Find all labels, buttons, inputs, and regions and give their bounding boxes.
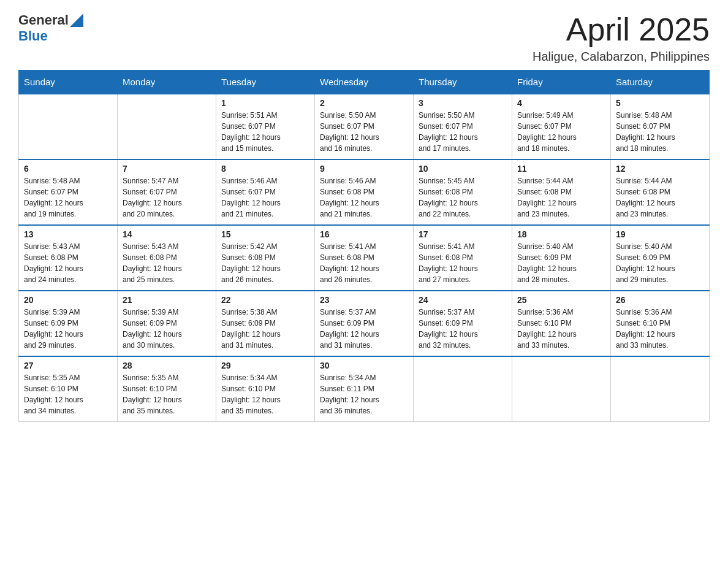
title-block: April 2025 Haligue, Calabarzon, Philippi… xyxy=(533,12,710,64)
day-number: 6 xyxy=(24,164,112,174)
logo-wordmark: General Blue xyxy=(18,12,83,44)
day-info: Sunrise: 5:41 AM Sunset: 6:08 PM Dayligh… xyxy=(320,241,408,285)
calendar-cell: 30Sunrise: 5:34 AM Sunset: 6:11 PM Dayli… xyxy=(315,356,414,422)
day-number: 8 xyxy=(221,164,309,174)
calendar-cell: 27Sunrise: 5:35 AM Sunset: 6:10 PM Dayli… xyxy=(19,356,118,422)
day-number: 24 xyxy=(419,295,507,305)
day-info: Sunrise: 5:35 AM Sunset: 6:10 PM Dayligh… xyxy=(24,372,112,416)
svg-marker-0 xyxy=(70,13,83,27)
day-info: Sunrise: 5:36 AM Sunset: 6:10 PM Dayligh… xyxy=(616,307,704,351)
day-info: Sunrise: 5:48 AM Sunset: 6:07 PM Dayligh… xyxy=(24,175,112,220)
calendar-cell: 28Sunrise: 5:35 AM Sunset: 6:10 PM Dayli… xyxy=(118,356,216,422)
day-info: Sunrise: 5:34 AM Sunset: 6:10 PM Dayligh… xyxy=(221,372,309,416)
day-info: Sunrise: 5:37 AM Sunset: 6:09 PM Dayligh… xyxy=(419,307,507,351)
calendar-cell xyxy=(512,356,611,422)
calendar-cell: 18Sunrise: 5:40 AM Sunset: 6:09 PM Dayli… xyxy=(512,225,611,291)
calendar-cell: 22Sunrise: 5:38 AM Sunset: 6:09 PM Dayli… xyxy=(216,291,315,356)
day-number: 9 xyxy=(320,164,408,174)
calendar-cell: 2Sunrise: 5:50 AM Sunset: 6:07 PM Daylig… xyxy=(315,94,414,159)
day-info: Sunrise: 5:50 AM Sunset: 6:07 PM Dayligh… xyxy=(419,110,507,154)
calendar-cell: 14Sunrise: 5:43 AM Sunset: 6:08 PM Dayli… xyxy=(118,225,216,291)
day-number: 25 xyxy=(517,295,605,305)
calendar-table: Sunday Monday Tuesday Wednesday Thursday… xyxy=(18,70,710,422)
calendar-week-5: 27Sunrise: 5:35 AM Sunset: 6:10 PM Dayli… xyxy=(19,356,710,422)
calendar-cell: 24Sunrise: 5:37 AM Sunset: 6:09 PM Dayli… xyxy=(414,291,512,356)
calendar-week-1: 1Sunrise: 5:51 AM Sunset: 6:07 PM Daylig… xyxy=(19,94,710,159)
calendar-week-3: 13Sunrise: 5:43 AM Sunset: 6:08 PM Dayli… xyxy=(19,225,710,291)
day-number: 29 xyxy=(221,361,309,370)
page-header: General Blue April 2025 Haligue, Calabar… xyxy=(18,12,710,64)
col-thursday: Thursday xyxy=(414,71,512,94)
day-number: 30 xyxy=(320,361,408,370)
day-info: Sunrise: 5:43 AM Sunset: 6:08 PM Dayligh… xyxy=(24,241,112,285)
calendar-week-4: 20Sunrise: 5:39 AM Sunset: 6:09 PM Dayli… xyxy=(19,291,710,356)
calendar-cell: 9Sunrise: 5:46 AM Sunset: 6:08 PM Daylig… xyxy=(315,159,414,225)
calendar-cell: 11Sunrise: 5:44 AM Sunset: 6:08 PM Dayli… xyxy=(512,159,611,225)
day-info: Sunrise: 5:43 AM Sunset: 6:08 PM Dayligh… xyxy=(123,241,211,285)
calendar-cell: 16Sunrise: 5:41 AM Sunset: 6:08 PM Dayli… xyxy=(315,225,414,291)
calendar-cell: 5Sunrise: 5:48 AM Sunset: 6:07 PM Daylig… xyxy=(611,94,710,159)
day-number: 1 xyxy=(221,98,309,108)
day-number: 21 xyxy=(123,295,211,305)
calendar-week-2: 6Sunrise: 5:48 AM Sunset: 6:07 PM Daylig… xyxy=(19,159,710,225)
calendar-cell: 25Sunrise: 5:36 AM Sunset: 6:10 PM Dayli… xyxy=(512,291,611,356)
col-monday: Monday xyxy=(118,71,216,94)
calendar-cell: 13Sunrise: 5:43 AM Sunset: 6:08 PM Dayli… xyxy=(19,225,118,291)
day-info: Sunrise: 5:40 AM Sunset: 6:09 PM Dayligh… xyxy=(616,241,704,285)
day-number: 3 xyxy=(419,98,507,108)
day-info: Sunrise: 5:36 AM Sunset: 6:10 PM Dayligh… xyxy=(517,307,605,351)
calendar-cell: 12Sunrise: 5:44 AM Sunset: 6:08 PM Dayli… xyxy=(611,159,710,225)
col-friday: Friday xyxy=(512,71,611,94)
calendar-cell: 17Sunrise: 5:41 AM Sunset: 6:08 PM Dayli… xyxy=(414,225,512,291)
day-number: 11 xyxy=(517,164,605,174)
calendar-cell xyxy=(19,94,118,159)
col-saturday: Saturday xyxy=(611,71,710,94)
col-sunday: Sunday xyxy=(19,71,118,94)
day-number: 22 xyxy=(221,295,309,305)
calendar-cell: 15Sunrise: 5:42 AM Sunset: 6:08 PM Dayli… xyxy=(216,225,315,291)
location-title: Haligue, Calabarzon, Philippines xyxy=(533,50,710,64)
calendar-cell: 19Sunrise: 5:40 AM Sunset: 6:09 PM Dayli… xyxy=(611,225,710,291)
day-info: Sunrise: 5:46 AM Sunset: 6:08 PM Dayligh… xyxy=(320,175,408,220)
calendar-cell: 6Sunrise: 5:48 AM Sunset: 6:07 PM Daylig… xyxy=(19,159,118,225)
logo-blue-text: Blue xyxy=(18,28,48,44)
day-info: Sunrise: 5:38 AM Sunset: 6:09 PM Dayligh… xyxy=(221,307,309,351)
day-number: 19 xyxy=(616,229,704,239)
calendar-cell xyxy=(414,356,512,422)
day-number: 20 xyxy=(24,295,112,305)
day-number: 4 xyxy=(517,98,605,108)
calendar-cell: 8Sunrise: 5:46 AM Sunset: 6:07 PM Daylig… xyxy=(216,159,315,225)
calendar-header: Sunday Monday Tuesday Wednesday Thursday… xyxy=(19,71,710,94)
day-number: 13 xyxy=(24,229,112,239)
day-number: 26 xyxy=(616,295,704,305)
calendar-cell xyxy=(118,94,216,159)
day-info: Sunrise: 5:50 AM Sunset: 6:07 PM Dayligh… xyxy=(320,110,408,154)
day-number: 10 xyxy=(419,164,507,174)
calendar-body: 1Sunrise: 5:51 AM Sunset: 6:07 PM Daylig… xyxy=(19,94,710,422)
day-number: 18 xyxy=(517,229,605,239)
logo-general-text: General xyxy=(18,12,69,28)
day-number: 16 xyxy=(320,229,408,239)
day-number: 2 xyxy=(320,98,408,108)
day-info: Sunrise: 5:45 AM Sunset: 6:08 PM Dayligh… xyxy=(419,175,507,220)
calendar-cell: 4Sunrise: 5:49 AM Sunset: 6:07 PM Daylig… xyxy=(512,94,611,159)
logo: General Blue xyxy=(18,12,83,44)
day-info: Sunrise: 5:48 AM Sunset: 6:07 PM Dayligh… xyxy=(616,110,704,154)
calendar-cell: 1Sunrise: 5:51 AM Sunset: 6:07 PM Daylig… xyxy=(216,94,315,159)
day-info: Sunrise: 5:39 AM Sunset: 6:09 PM Dayligh… xyxy=(24,307,112,351)
day-number: 5 xyxy=(616,98,704,108)
calendar-cell: 26Sunrise: 5:36 AM Sunset: 6:10 PM Dayli… xyxy=(611,291,710,356)
day-number: 27 xyxy=(24,361,112,370)
calendar-cell: 23Sunrise: 5:37 AM Sunset: 6:09 PM Dayli… xyxy=(315,291,414,356)
calendar-cell: 21Sunrise: 5:39 AM Sunset: 6:09 PM Dayli… xyxy=(118,291,216,356)
day-info: Sunrise: 5:41 AM Sunset: 6:08 PM Dayligh… xyxy=(419,241,507,285)
day-info: Sunrise: 5:34 AM Sunset: 6:11 PM Dayligh… xyxy=(320,372,408,416)
calendar-cell: 29Sunrise: 5:34 AM Sunset: 6:10 PM Dayli… xyxy=(216,356,315,422)
day-info: Sunrise: 5:49 AM Sunset: 6:07 PM Dayligh… xyxy=(517,110,605,154)
col-tuesday: Tuesday xyxy=(216,71,315,94)
day-number: 15 xyxy=(221,229,309,239)
calendar-cell: 10Sunrise: 5:45 AM Sunset: 6:08 PM Dayli… xyxy=(414,159,512,225)
day-info: Sunrise: 5:40 AM Sunset: 6:09 PM Dayligh… xyxy=(517,241,605,285)
day-info: Sunrise: 5:44 AM Sunset: 6:08 PM Dayligh… xyxy=(517,175,605,220)
day-number: 7 xyxy=(123,164,211,174)
